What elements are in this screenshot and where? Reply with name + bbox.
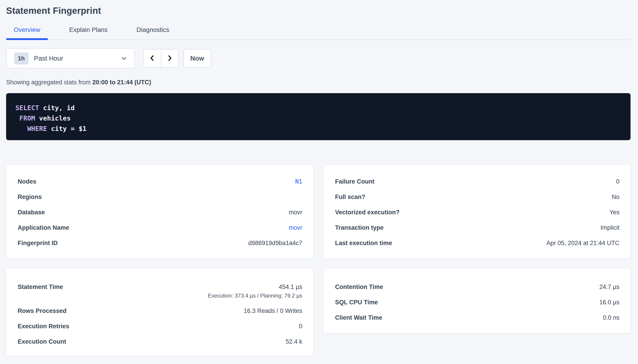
row-label: Last execution time — [335, 240, 392, 247]
chevron-down-icon — [121, 55, 127, 62]
aggregated-stats-note-range: 20:00 to 21:44 (UTC) — [92, 79, 151, 86]
sql-keyword: WHERE — [27, 125, 47, 132]
chevron-right-icon — [166, 54, 174, 63]
table-row: Regions — [18, 193, 302, 200]
table-row: Fingerprint ID d986919d9ba1a4c7 — [18, 240, 302, 247]
fingerprint-id-value: d986919d9ba1a4c7 — [248, 240, 302, 247]
database-value: movr — [289, 209, 302, 216]
sql-line: FROM vehicles — [16, 113, 621, 124]
row-label: Contention Time — [335, 283, 383, 290]
client-wait-time-value: 0.0 ns — [603, 314, 619, 321]
row-label: Execution Retries — [18, 323, 69, 330]
full-scan-value: No — [611, 193, 619, 200]
row-label: Regions — [18, 193, 42, 200]
table-row: Application Name movr — [18, 224, 302, 231]
tab-overview[interactable]: Overview — [6, 26, 48, 40]
page-title: Statement Fingerprint — [6, 0, 630, 16]
table-row: Statement Time 454.1 µs Execution: 373.4… — [18, 283, 302, 299]
row-label: Statement Time — [18, 283, 63, 290]
table-row: SQL CPU Time 16.0 µs — [335, 299, 619, 306]
row-label: Transaction type — [335, 224, 384, 231]
row-label: Rows Processed — [18, 307, 67, 314]
tab-explain-plans[interactable]: Explain Plans — [62, 26, 115, 40]
table-row: Execution Count 52.4 k — [18, 338, 302, 345]
table-row: Nodes N1 — [18, 178, 302, 185]
time-range-badge: 1h — [14, 52, 29, 64]
vectorized-execution-value: Yes — [609, 209, 619, 216]
execution-count-value: 52.4 k — [286, 338, 302, 345]
row-label: Vectorized execution? — [335, 209, 400, 216]
chevron-left-icon — [148, 54, 156, 63]
row-label: Execution Count — [18, 338, 66, 345]
transaction-type-value: Implicit — [600, 224, 619, 231]
execution-attributes-card: Failure Count 0 Full scan? No Vectorized… — [324, 164, 630, 259]
statement-time-breakdown: Execution: 373.4 µs / Planning: 79.2 µs — [208, 292, 302, 299]
row-label: Full scan? — [335, 193, 365, 200]
row-label: Database — [18, 209, 45, 216]
sql-cpu-time-value: 16.0 µs — [599, 299, 619, 306]
table-row: Last execution time Apr 05, 2024 at 21:4… — [335, 240, 619, 247]
table-row: Database movr — [18, 209, 302, 216]
time-step-button-group — [143, 49, 179, 68]
tab-bar: Overview Explain Plans Diagnostics — [6, 26, 630, 40]
table-row: Client Wait Time 0.0 ns — [335, 314, 619, 321]
application-name-link[interactable]: movr — [289, 224, 302, 231]
now-button[interactable]: Now — [184, 49, 211, 68]
statement-fingerprint-page: Statement Fingerprint Overview Explain P… — [0, 0, 638, 356]
contention-time-value: 24.7 µs — [599, 283, 619, 290]
sql-keyword: SELECT — [16, 104, 39, 112]
statement-details-card: Nodes N1 Regions Database movr Applicati… — [6, 164, 313, 259]
row-label: Client Wait Time — [335, 314, 382, 321]
rows-processed-value: 16.3 Reads / 0 Writes — [244, 307, 302, 314]
time-range-label: Past Hour — [34, 55, 63, 62]
statement-time-value: 454.1 µs — [279, 283, 302, 290]
sql-keyword: FROM — [19, 114, 35, 122]
wait-time-stats-card: Contention Time 24.7 µs SQL CPU Time 16.… — [324, 268, 630, 333]
failure-count-value: 0 — [616, 178, 619, 185]
aggregated-stats-note: Showing aggregated stats from 20:00 to 2… — [6, 79, 630, 86]
overview-cards-grid: Nodes N1 Regions Database movr Applicati… — [6, 164, 630, 356]
table-row: Contention Time 24.7 µs — [335, 283, 619, 290]
table-row: Vectorized execution? Yes — [335, 209, 619, 216]
table-row: Full scan? No — [335, 193, 619, 200]
sql-line: SELECT city, id — [16, 103, 621, 113]
statement-time-values: 454.1 µs Execution: 373.4 µs / Planning:… — [208, 283, 302, 299]
time-range-dropdown[interactable]: 1h Past Hour — [6, 48, 135, 68]
time-toolbar: 1h Past Hour — [6, 48, 630, 68]
row-label: Failure Count — [335, 178, 374, 185]
row-label: SQL CPU Time — [335, 299, 378, 306]
tab-diagnostics[interactable]: Diagnostics — [129, 26, 177, 40]
sql-line: WHERE city = $1 — [16, 124, 621, 134]
sql-statement-box: SELECT city, id FROM vehicles WHERE city… — [6, 93, 630, 140]
row-label: Nodes — [18, 178, 37, 185]
last-execution-time-value: Apr 05, 2024 at 21:44 UTC — [546, 240, 619, 247]
aggregated-stats-note-prefix: Showing aggregated stats from — [6, 79, 92, 86]
table-row: Failure Count 0 — [335, 178, 619, 185]
row-label: Application Name — [18, 224, 69, 231]
table-row: Rows Processed 16.3 Reads / 0 Writes — [18, 307, 302, 314]
nodes-link[interactable]: N1 — [295, 178, 302, 185]
row-label: Fingerprint ID — [18, 240, 58, 247]
table-row: Transaction type Implicit — [335, 224, 619, 231]
previous-time-button[interactable] — [144, 50, 161, 67]
execution-retries-value: 0 — [299, 323, 302, 330]
table-row: Execution Retries 0 — [18, 323, 302, 330]
next-time-button[interactable] — [161, 50, 178, 67]
statement-stats-card: Statement Time 454.1 µs Execution: 373.4… — [6, 268, 313, 356]
